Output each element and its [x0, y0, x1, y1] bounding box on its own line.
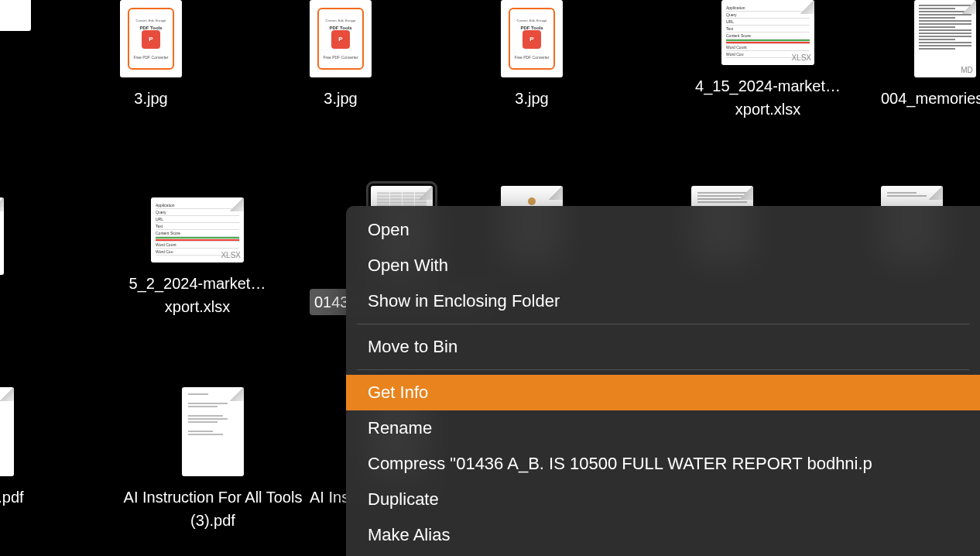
xlsx-row: Query: [726, 12, 810, 19]
file-item-md[interactable]: MD 004_memories.md: [881, 0, 980, 110]
file-item-3jpg-2[interactable]: Convert, Edit, Encrypt PDF Tools P Free …: [310, 0, 372, 110]
menu-make-alias[interactable]: Make Alias: [346, 517, 980, 553]
pdf-icon: P: [142, 30, 160, 49]
xlsx-row: Word Count: [726, 44, 810, 51]
pdf-title: PDF Tools: [329, 26, 351, 30]
xlsx-row: Word Count: [156, 242, 239, 249]
menu-move-to-bin[interactable]: Move to Bin: [346, 329, 980, 365]
menu-compress[interactable]: Compress "01436 A_B. IS 10500 FULL WATER…: [346, 446, 980, 482]
file-icon: [182, 387, 244, 476]
file-item-xlsx-1[interactable]: Application Query URL Text Content Score…: [675, 0, 861, 121]
file-item-partial-xlsx[interactable]: .xlsx: [0, 197, 4, 307]
menu-open-with[interactable]: Open With: [346, 248, 980, 283]
file-item-xlsx-2[interactable]: Application Query URL Text Content Score…: [105, 197, 290, 318]
pdf-bottom-label: Free PDF Converter: [323, 55, 358, 60]
file-item-partial-1[interactable]: [0, 0, 31, 31]
dog-ear-icon: [230, 197, 244, 211]
menu-separator: [357, 324, 969, 324]
file-label: 3.jpg: [515, 87, 548, 110]
file-label: 3.jpg: [324, 87, 357, 110]
file-icon: [0, 197, 4, 275]
file-icon: MD: [914, 0, 976, 77]
dog-ear-icon: [0, 387, 14, 401]
context-menu: Open Open With Show in Enclosing Folder …: [346, 206, 980, 556]
dog-ear-icon: [0, 197, 4, 211]
dog-ear-icon: [929, 186, 943, 200]
pdf-title: PDF Tools: [520, 26, 543, 30]
xlsx-row: URL: [726, 19, 810, 26]
file-label: AI Instruction For All Tools (3).pdf: [120, 486, 306, 532]
file-label: 5_2_2024-market…xport.xlsx: [105, 272, 290, 318]
xlsx-row: Text: [726, 26, 810, 33]
file-icon: Convert, Edit, Encrypt PDF Tools P Free …: [310, 0, 372, 77]
xlsx-badge: XLSX: [221, 251, 241, 259]
file-icon: Convert, Edit, Encrypt PDF Tools P Free …: [120, 0, 182, 77]
dog-ear-icon: [739, 186, 753, 200]
file-icon: [0, 0, 31, 31]
pdf-top-label: Convert, Edit, Encrypt: [326, 19, 356, 22]
xlsx-row: URL: [156, 216, 239, 223]
xlsx-row: Application: [726, 5, 810, 12]
file-item-ai-instruction-1[interactable]: AI Instruction For All Tools (3).pdf: [120, 387, 306, 532]
pdf-top-label: Convert, Edit, Encrypt: [517, 19, 547, 22]
file-icon: Application Query URL Text Content Score…: [721, 0, 814, 65]
menu-duplicate[interactable]: Duplicate: [346, 482, 980, 517]
file-label: 3.jpg: [134, 87, 167, 110]
xlsx-row: Content Score: [726, 33, 810, 39]
emblem-icon: [528, 197, 536, 205]
pdf-tools-thumb: Convert, Edit, Encrypt PDF Tools P Free …: [317, 8, 364, 70]
xlsx-row: Text: [156, 223, 239, 230]
dog-ear-icon: [230, 387, 244, 401]
dog-ear-icon: [800, 0, 814, 14]
xlsx-row: Application: [156, 202, 239, 209]
pdf-tools-thumb: Convert, Edit, Encrypt PDF Tools P Free …: [128, 8, 174, 70]
file-label: 4_15_2024-market…xport.xlsx: [675, 74, 861, 121]
pdf-tools-thumb: Convert, Edit, Encrypt PDF Tools P Free …: [509, 8, 555, 70]
file-label: 004_memories.md: [881, 87, 980, 110]
pdf-bottom-label: Free PDF Converter: [133, 55, 168, 60]
menu-get-info[interactable]: Get Info: [346, 375, 980, 410]
menu-show-in-folder[interactable]: Show in Enclosing Folder: [346, 283, 980, 319]
file-icon: Application Query URL Text Content Score…: [151, 197, 244, 263]
file-label: n For .pdf: [0, 486, 24, 509]
file-icon: Convert, Edit, Encrypt PDF Tools P Free …: [501, 0, 563, 77]
file-item-3jpg-1[interactable]: Convert, Edit, Encrypt PDF Tools P Free …: [120, 0, 182, 110]
dog-ear-icon: [419, 186, 433, 200]
file-icon: [0, 387, 14, 476]
menu-rename[interactable]: Rename: [346, 410, 980, 446]
pdf-icon: P: [331, 30, 350, 49]
md-badge: MD: [961, 66, 973, 74]
pdf-top-label: Convert, Edit, Encrypt: [136, 19, 166, 22]
file-item-partial-pdf[interactable]: n For .pdf: [0, 387, 24, 509]
xlsx-row: Query: [156, 209, 239, 216]
pdf-title: PDF Tools: [139, 26, 162, 30]
menu-open[interactable]: Open: [346, 212, 980, 248]
file-item-3jpg-3[interactable]: Convert, Edit, Encrypt PDF Tools P Free …: [501, 0, 563, 110]
menu-separator: [357, 369, 969, 370]
dog-ear-icon: [962, 0, 976, 14]
dog-ear-icon: [549, 186, 563, 200]
xlsx-badge: XLSX: [791, 53, 811, 62]
xlsx-row: Content Score: [156, 230, 239, 237]
pdf-bottom-label: Free PDF Converter: [514, 55, 549, 60]
pdf-icon: P: [523, 30, 541, 49]
